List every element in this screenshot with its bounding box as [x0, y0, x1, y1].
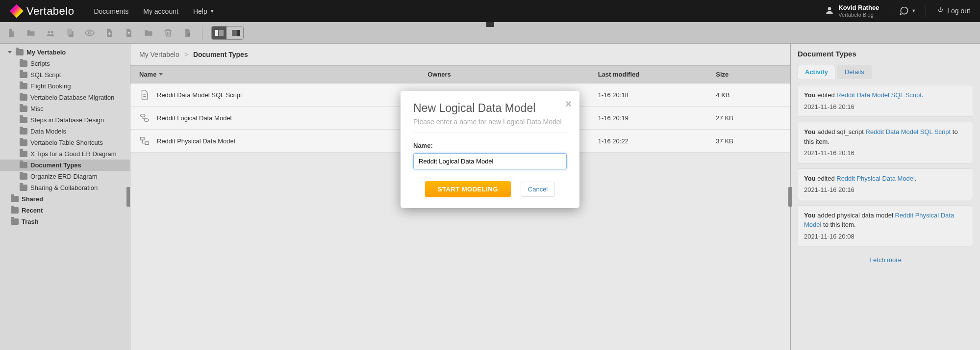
sidebar-item[interactable]: Steps in Database Design — [0, 114, 130, 126]
start-modeling-button[interactable]: START MODELING — [425, 181, 511, 197]
new-file-icon[interactable]: + — [6, 27, 17, 38]
svg-point-0 — [828, 7, 831, 10]
row-size: 4 KB — [716, 91, 781, 99]
row-size: 37 KB — [716, 137, 781, 145]
folder-icon[interactable] — [143, 27, 154, 38]
sidebar: My Vertabelo ScriptsSQL ScriptFlight Boo… — [0, 44, 130, 350]
tab-activity[interactable]: Activity — [798, 65, 835, 79]
svg-point-5 — [51, 30, 53, 33]
svg-rect-7 — [67, 28, 72, 34]
nav-my-account[interactable]: My account — [143, 7, 178, 15]
view-toggle — [211, 26, 244, 40]
divider — [889, 5, 889, 17]
folder-icon — [16, 49, 24, 55]
export-icon[interactable] — [182, 27, 193, 38]
folder-icon — [20, 139, 27, 146]
activity-item: You edited Reddit Physical Data Model.20… — [798, 168, 973, 200]
svg-point-9 — [188, 33, 190, 35]
folder-icon — [20, 72, 27, 78]
model-name-input[interactable] — [413, 153, 567, 169]
sidebar-trash[interactable]: Trash — [0, 216, 130, 227]
sidebar-item[interactable]: Document Types — [0, 160, 130, 171]
sidebar-item[interactable]: Vertabelo Database Migration — [0, 92, 130, 103]
divider — [926, 5, 926, 17]
activity-item: You added physical data model Reddit Phy… — [798, 205, 973, 247]
share-icon[interactable] — [45, 27, 56, 38]
col-modified[interactable]: Last modified — [598, 71, 716, 78]
sidebar-item[interactable]: Scripts — [0, 58, 130, 69]
modal-name-label: Name: — [413, 142, 567, 149]
close-icon[interactable]: × — [565, 98, 572, 110]
sidebar-root-label: My Vertabelo — [26, 49, 66, 56]
sidebar-item[interactable]: Flight Booking — [0, 81, 130, 92]
col-owners[interactable]: Owners — [427, 71, 598, 78]
folder-icon — [20, 151, 27, 157]
sidebar-item-label: X Tips for a Good ER Diagram — [30, 150, 117, 158]
logo-icon — [10, 4, 24, 18]
user-block[interactable]: Kovid Rathee Vertabelo Blog — [825, 4, 879, 17]
sidebar-recent[interactable]: Recent — [0, 205, 130, 216]
activity-link[interactable]: Reddit Physical Data Model — [836, 175, 915, 182]
col-size[interactable]: Size — [716, 71, 781, 78]
chevron-down-icon: ▼ — [911, 8, 916, 13]
activity-suffix: to this item. — [821, 221, 855, 228]
activity-time: 2021-11-16 20:16 — [804, 148, 967, 158]
col-name[interactable]: Name — [139, 71, 427, 78]
eye-icon[interactable] — [84, 27, 95, 38]
svg-text:+: + — [13, 32, 16, 38]
sidebar-root[interactable]: My Vertabelo — [0, 47, 130, 58]
folder-icon — [20, 94, 27, 101]
sidebar-shared[interactable]: Shared — [0, 193, 130, 205]
sidebar-item[interactable]: Sharing & Collaboration — [0, 182, 130, 193]
activity-action: added physical data model — [816, 212, 895, 219]
activity-actor: You — [804, 91, 816, 99]
sidebar-item-label: Vertabelo Database Migration — [30, 94, 114, 101]
breadcrumb-sep: > — [184, 51, 188, 58]
tabs: Activity Details — [798, 65, 973, 79]
activity-action: edited — [816, 175, 837, 182]
sidebar-item-label: Flight Booking — [30, 82, 71, 90]
sidebar-recent-label: Recent — [22, 207, 43, 214]
row-name-label: Reddit Physical Data Model — [157, 137, 235, 145]
activity-link[interactable]: Reddit Data Model SQL Script — [836, 91, 922, 99]
sidebar-item[interactable]: Organize ERD Diagram — [0, 171, 130, 182]
nav-help[interactable]: Help ▼ — [193, 7, 215, 15]
sidebar-item[interactable]: SQL Script — [0, 69, 130, 81]
trash-icon[interactable] — [163, 27, 174, 38]
svg-rect-15 — [145, 142, 149, 145]
view-left-panel[interactable] — [212, 27, 226, 39]
sidebar-item[interactable]: Data Models — [0, 126, 130, 137]
sidebar-item[interactable]: X Tips for a Good ER Diagram — [0, 148, 130, 160]
new-logical-model-modal: × New Logical Data Model Please enter a … — [401, 91, 579, 208]
resize-handle[interactable] — [788, 187, 792, 207]
resize-handle[interactable] — [126, 187, 130, 207]
activity-action: edited — [816, 91, 837, 99]
copy-icon[interactable] — [65, 27, 75, 38]
folder-icon — [11, 218, 19, 225]
sidebar-item-label: Sharing & Collaboration — [30, 184, 98, 191]
folder-icon — [20, 106, 27, 112]
sidebar-shared-label: Shared — [22, 195, 43, 203]
download-icon[interactable] — [104, 27, 115, 38]
logout-button[interactable]: Log out — [936, 6, 970, 15]
sidebar-item-label: Misc — [30, 105, 44, 112]
chat-icon[interactable]: ▼ — [899, 6, 916, 16]
logo-text: Vertabelo — [26, 5, 74, 18]
logo[interactable]: Vertabelo — [10, 4, 74, 18]
expand-handle[interactable] — [486, 22, 494, 27]
view-right-panel[interactable] — [228, 27, 243, 39]
nav-links: Documents My account Help ▼ — [94, 7, 825, 15]
sidebar-trash-label: Trash — [22, 218, 39, 225]
new-folder-icon[interactable]: + — [25, 27, 36, 38]
activity-link[interactable]: Reddit Data Model SQL Script — [866, 128, 951, 135]
nav-documents[interactable]: Documents — [94, 7, 128, 15]
upload-icon[interactable] — [124, 27, 134, 38]
breadcrumb-root[interactable]: My Vertabelo — [139, 51, 179, 58]
top-right: Kovid Rathee Vertabelo Blog ▼ Log out — [825, 4, 970, 17]
sidebar-item[interactable]: Misc — [0, 103, 130, 114]
cancel-button[interactable]: Cancel — [521, 182, 555, 197]
fetch-more[interactable]: Fetch more — [798, 251, 973, 269]
tab-details[interactable]: Details — [837, 65, 872, 79]
sidebar-item[interactable]: Vertabelo Table Shortcuts — [0, 137, 130, 148]
folder-icon — [20, 83, 27, 89]
